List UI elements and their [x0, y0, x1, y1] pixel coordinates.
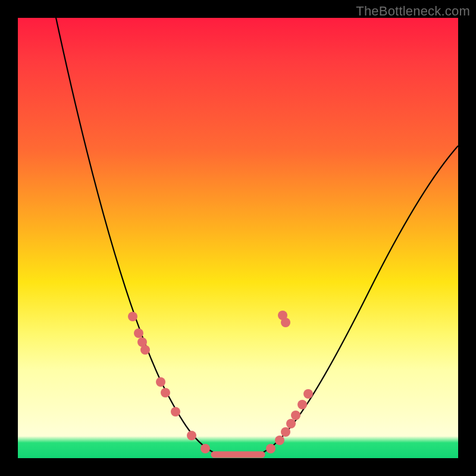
data-dot	[303, 389, 313, 399]
data-dot	[286, 419, 296, 428]
data-dot	[266, 444, 275, 453]
data-dot	[201, 444, 210, 453]
data-dot	[275, 436, 284, 445]
data-dot	[128, 312, 137, 321]
data-dot	[134, 328, 143, 338]
data-dot	[156, 377, 165, 387]
bottleneck-curve	[55, 15, 458, 455]
plot-area	[18, 18, 458, 458]
watermark-text: TheBottleneck.com	[356, 4, 470, 19]
data-dot	[161, 388, 170, 397]
dots-left-group	[128, 312, 210, 453]
data-dot	[298, 400, 307, 409]
data-dot	[281, 427, 290, 437]
data-dot	[171, 407, 180, 416]
data-dot	[140, 345, 150, 355]
curve-svg	[18, 18, 458, 458]
data-dot	[187, 431, 196, 440]
data-dot	[291, 411, 300, 420]
chart-frame: TheBottleneck.com	[0, 0, 476, 476]
data-dot	[281, 318, 290, 327]
dots-right-group	[266, 311, 313, 453]
